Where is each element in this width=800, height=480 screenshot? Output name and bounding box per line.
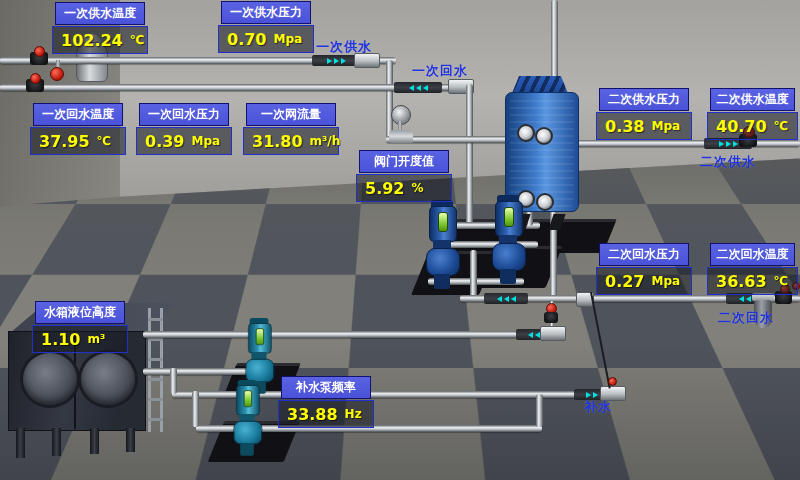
pipe-secondary-supply [570, 140, 800, 147]
gauge-primary-supply-temp[interactable]: 一次供水温度 102.24℃ [52, 2, 148, 54]
control-valve[interactable] [389, 130, 413, 144]
gauge-title: 一次供水压力 [221, 1, 311, 24]
tank-fill-valve-body [544, 312, 558, 323]
gauge-value: 0.70Mpa [218, 25, 314, 53]
tank-leg [52, 428, 61, 456]
hx-port [517, 124, 535, 142]
gauge-value: 37.95℃ [30, 127, 126, 155]
gauge-title: 水箱液位高度 [35, 301, 125, 324]
pipe-riser [170, 368, 177, 394]
tank-manhole [20, 350, 80, 408]
gauge-secondary-supply-pressure[interactable]: 二次供水压力 0.38Mpa [596, 88, 692, 140]
flow-indicator-secondary-return [484, 293, 528, 304]
gauge-value: 36.63℃ [707, 267, 798, 295]
pipe-label-makeup-water: 补水 [584, 398, 612, 416]
flow-indicator-primary-supply [312, 55, 360, 66]
gauge-title: 一次回水温度 [33, 103, 123, 126]
gauge-title: 一次供水温度 [55, 2, 145, 25]
hmi-scada-screen: 一次供水 一次回水 二次供水 二次回水 补水 一次供水温度 102.24℃ 一次… [0, 0, 800, 480]
gauge-tank-level[interactable]: 水箱液位高度 1.10m³ [32, 301, 128, 353]
gauge-secondary-return-pressure[interactable]: 二次回水压力 0.27Mpa [596, 243, 692, 295]
hx-port [535, 127, 553, 145]
gauge-title: 阀门开度值 [359, 150, 449, 173]
gauge-title: 二次回水压力 [599, 243, 689, 266]
gauge-title: 补水泵频率 [281, 376, 371, 399]
gauge-primary-return-temp[interactable]: 一次回水温度 37.95℃ [30, 103, 126, 155]
flow-indicator-primary-return [394, 82, 442, 93]
pipe-label-primary-supply: 一次供水 [316, 38, 372, 56]
gauge-title: 二次供水温度 [710, 88, 795, 111]
makeup-pump-2[interactable] [230, 380, 264, 458]
gauge-title: 一次回水压力 [139, 103, 229, 126]
pump-run-indicator [438, 212, 448, 232]
makeup-check-valve [608, 377, 617, 386]
pump-run-indicator [504, 207, 514, 227]
tank-leg [126, 428, 135, 452]
tank-leg [90, 428, 99, 454]
gauge-title: 二次供水压力 [599, 88, 689, 111]
gauge-value: 0.27Mpa [596, 267, 692, 295]
hx-port [536, 193, 554, 211]
pipe-tank-fill [143, 331, 545, 338]
pipe-label-secondary-supply: 二次供水 [700, 153, 756, 171]
gauge-primary-return-pressure[interactable]: 一次回水压力 0.39Mpa [136, 103, 232, 155]
gauge-secondary-return-temp[interactable]: 二次回水温度 36.63℃ [707, 243, 798, 295]
gauge-value: 0.39Mpa [136, 127, 232, 155]
gauge-valve-opening[interactable]: 阀门开度值 5.92% [356, 150, 452, 202]
pipe-riser [192, 391, 199, 427]
tank-manhole [78, 350, 138, 408]
gauge-value: 40.70℃ [707, 112, 798, 140]
pipe-riser [536, 394, 543, 427]
pipe-label-secondary-return: 二次回水 [718, 309, 774, 327]
pipe-primary-return-riser [466, 84, 473, 224]
valve-handwheel [34, 46, 45, 57]
gauge-primary-flow[interactable]: 一次网流量 31.80m³/h [243, 103, 339, 155]
gauge-value: 5.92% [356, 174, 452, 202]
pump-run-indicator [256, 328, 265, 345]
valve-handwheel [30, 73, 41, 84]
gauge-value: 33.88Hz [278, 400, 374, 428]
gauge-value: 102.24℃ [52, 26, 148, 54]
gauge-makeup-pump-freq[interactable]: 补水泵频率 33.88Hz [278, 376, 374, 428]
circulation-pump-2[interactable] [488, 195, 528, 287]
pipe-flange [540, 326, 566, 341]
hx-foot [548, 214, 565, 230]
pipe-primary-supply-drop [386, 60, 393, 140]
gauge-value: 1.10m³ [32, 325, 128, 353]
gauge-primary-supply-pressure[interactable]: 一次供水压力 0.70Mpa [218, 1, 314, 53]
gauge-title: 二次回水温度 [710, 243, 795, 266]
pipe-tank-outlet [143, 368, 253, 375]
gauge-value: 31.80m³/h [243, 127, 339, 155]
pressure-gauge [50, 67, 64, 81]
pump-run-indicator [244, 390, 253, 407]
tank-leg [16, 428, 25, 458]
pipe-return-drop [470, 250, 477, 298]
pipe-primary-return [0, 84, 452, 91]
gauge-title: 一次网流量 [246, 103, 336, 126]
pipe-label-primary-return: 一次回水 [412, 62, 468, 80]
gauge-value: 0.38Mpa [596, 112, 692, 140]
circulation-pump-1[interactable] [422, 200, 462, 292]
gauge-secondary-supply-temp[interactable]: 二次供水温度 40.70℃ [707, 88, 798, 140]
